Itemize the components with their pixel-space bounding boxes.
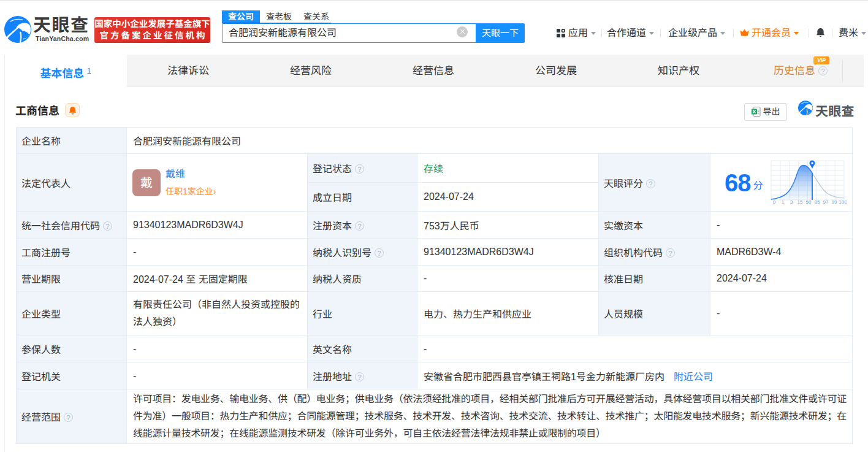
svg-text:97: 97 [823,199,829,205]
svg-text:100: 100 [839,199,847,205]
svg-text:85: 85 [815,199,820,205]
svg-text:1: 1 [782,199,785,205]
svg-text:0: 0 [773,199,776,205]
svg-text:50: 50 [806,199,812,205]
svg-text:99: 99 [832,199,837,205]
svg-text:15: 15 [798,199,803,205]
svg-text:3: 3 [790,199,793,205]
